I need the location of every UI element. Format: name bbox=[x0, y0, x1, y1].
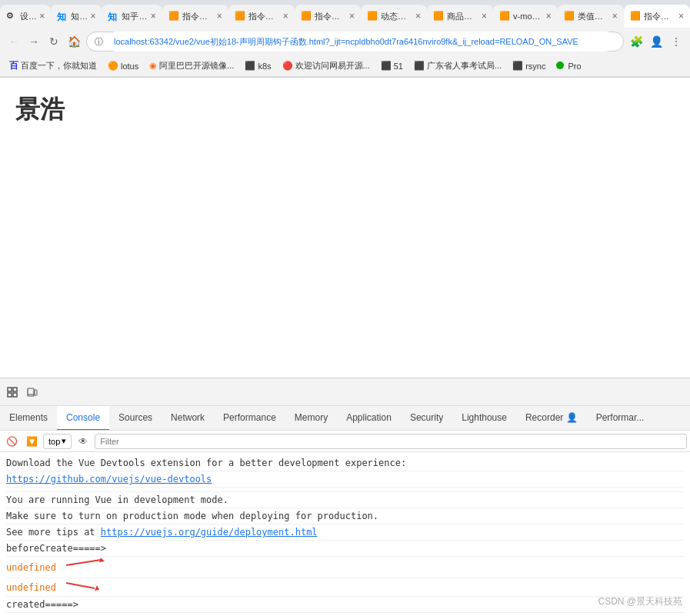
tab-product[interactable]: 🟧 商品动... × bbox=[427, 5, 493, 28]
bookmark-pro[interactable]: Pro bbox=[553, 60, 584, 72]
svg-rect-3 bbox=[13, 393, 17, 397]
bookmark-alibaba[interactable]: ◉ 阿里巴巴开源镜像... bbox=[146, 58, 237, 73]
tab-performance[interactable]: Performance bbox=[214, 406, 285, 431]
lighthouse-tab-label: Lighthouse bbox=[462, 412, 507, 423]
tab-lighthouse[interactable]: Lighthouse bbox=[452, 406, 516, 431]
back-button[interactable]: ← bbox=[6, 34, 22, 49]
created-text: created=====> bbox=[6, 599, 78, 610]
svg-rect-5 bbox=[35, 390, 37, 395]
filter-toggle-button[interactable]: 🔽 bbox=[23, 433, 40, 450]
tab-close[interactable]: × bbox=[546, 11, 552, 22]
cmd2-icon: 🟧 bbox=[235, 11, 245, 22]
red-arrow-1 bbox=[62, 558, 108, 577]
forward-button[interactable]: → bbox=[26, 34, 42, 49]
browser-actions: 🧩 👤 ⋮ bbox=[628, 34, 684, 49]
settings-tab-icon: ⚙ bbox=[6, 11, 17, 22]
home-button[interactable]: 🏠 bbox=[66, 34, 82, 49]
tab-elements[interactable]: Elements bbox=[0, 406, 57, 431]
device-toggle-button[interactable] bbox=[23, 383, 42, 401]
console-toolbar: 🚫 🔽 top ▾ 👁 bbox=[0, 431, 690, 452]
tab-settings[interactable]: ⚙ 设置 × bbox=[0, 5, 51, 28]
context-dropdown-icon: ▾ bbox=[62, 436, 66, 446]
bookmark-wangyi[interactable]: 🔴 欢迎访问网易开源... bbox=[279, 58, 373, 73]
tab-label: 知乎 bbox=[71, 11, 87, 22]
tab-close[interactable]: × bbox=[415, 11, 421, 22]
pro-icon bbox=[556, 62, 565, 71]
csdn-watermark: CSDN @景天科技苑 bbox=[598, 595, 682, 608]
bookmark-label: 欢迎访问网易开源... bbox=[295, 60, 370, 72]
bookmark-rsync[interactable]: ⬛ rsync bbox=[509, 59, 548, 72]
console-before-create: beforeCreate=====> bbox=[6, 541, 684, 557]
tab-application[interactable]: Application bbox=[337, 406, 401, 431]
bookmark-label: lotus bbox=[121, 62, 138, 71]
tab-zhihu2[interactable]: 知 知乎·... × bbox=[102, 5, 162, 28]
bookmark-label: Pro bbox=[568, 62, 581, 71]
recorder-tab-label: Recorder 👤 bbox=[525, 412, 578, 423]
tab-security[interactable]: Security bbox=[401, 406, 452, 431]
menu-icon[interactable]: ⋮ bbox=[668, 34, 684, 49]
devtools-tabs: Elements Console Sources Network Perform… bbox=[0, 406, 690, 431]
profile-icon[interactable]: 👤 bbox=[648, 34, 664, 49]
extensions-icon[interactable]: 🧩 bbox=[628, 34, 644, 49]
url-input[interactable] bbox=[106, 32, 615, 52]
bookmark-label: rsync bbox=[525, 62, 545, 71]
console-filter-input[interactable] bbox=[95, 434, 687, 449]
rsync-icon: ⬛ bbox=[512, 61, 523, 71]
url-bar-container: ⓘ bbox=[86, 32, 624, 52]
tab-console[interactable]: Console bbox=[57, 406, 109, 431]
bookmark-label: 阿里巴巴开源镜像... bbox=[159, 60, 234, 72]
bookmark-51[interactable]: ⬛ 51 bbox=[378, 59, 406, 72]
tab-close[interactable]: × bbox=[151, 11, 156, 22]
vue-devtools-link[interactable]: https://github.com/vuejs/vue-devtools bbox=[6, 474, 212, 484]
tab-memory[interactable]: Memory bbox=[285, 406, 337, 431]
wangyi-icon: 🔴 bbox=[282, 61, 293, 71]
svg-line-7 bbox=[66, 560, 101, 565]
bookmark-baidu[interactable]: 百 百度一下，你就知道 bbox=[6, 58, 100, 74]
console-line-link: https://github.com/vuejs/vue-devtools bbox=[6, 471, 684, 488]
tab-cmd-active[interactable]: 🟧 指令系... × bbox=[624, 5, 690, 28]
tab-zhihu1[interactable]: 知 知乎 × bbox=[51, 5, 102, 28]
tab-cmd1[interactable]: 🟧 指令系... × bbox=[162, 5, 228, 28]
bookmark-label: k8s bbox=[258, 62, 271, 71]
tab-dynamic[interactable]: 🟧 动态显... × bbox=[361, 5, 427, 28]
elements-tab-label: Elements bbox=[9, 412, 48, 423]
tab-cmd2[interactable]: 🟧 指令系... × bbox=[228, 5, 295, 28]
context-selector[interactable]: top ▾ bbox=[43, 434, 72, 449]
tab-close[interactable]: × bbox=[678, 11, 684, 22]
performance-tab-label: Performance bbox=[223, 412, 276, 423]
deployment-link[interactable]: https://vuejs.org/guide/deployment.html bbox=[101, 527, 318, 538]
tab-close[interactable]: × bbox=[39, 11, 45, 22]
svg-marker-10 bbox=[95, 585, 99, 591]
svg-line-9 bbox=[66, 583, 95, 588]
tab-close[interactable]: × bbox=[217, 11, 222, 22]
tab-vmod[interactable]: 🟧 v-mod... × bbox=[493, 5, 558, 28]
bookmark-k8s[interactable]: ⬛ k8s bbox=[242, 59, 274, 72]
tab-close[interactable]: × bbox=[90, 11, 95, 22]
clear-console-button[interactable]: 🚫 bbox=[3, 433, 20, 450]
tab-sources[interactable]: Sources bbox=[109, 406, 162, 431]
tab-network[interactable]: Network bbox=[162, 406, 214, 431]
bookmark-lotus[interactable]: 🟠 lotus bbox=[105, 59, 142, 72]
cmd3-icon: 🟧 bbox=[301, 11, 312, 22]
tab-class[interactable]: 🟧 类值控... × bbox=[558, 5, 624, 28]
tab-close[interactable]: × bbox=[482, 11, 487, 22]
page-title: 景浩 bbox=[15, 93, 675, 127]
bookmark-label: 广东省人事考试局... bbox=[427, 60, 502, 72]
class-icon: 🟧 bbox=[564, 11, 575, 22]
zhihu-icon: 知 bbox=[57, 11, 68, 22]
tab-bar: ⚙ 设置 × 知 知乎 × 知 知乎·... × 🟧 指令系... × 🟧 指令… bbox=[0, 0, 690, 28]
tab-close[interactable]: × bbox=[283, 11, 288, 22]
eye-button[interactable]: 👁 bbox=[75, 433, 92, 450]
tab-cmd3[interactable]: 🟧 指令系... × bbox=[295, 5, 361, 28]
tab-close[interactable]: × bbox=[349, 11, 355, 22]
tab-performance2[interactable]: Performar... bbox=[587, 406, 654, 431]
bookmark-guangdong[interactable]: ⬛ 广东省人事考试局... bbox=[411, 58, 505, 73]
zhihu2-icon: 知 bbox=[108, 11, 118, 22]
bookmark-label: 51 bbox=[394, 62, 403, 71]
refresh-button[interactable]: ↻ bbox=[46, 34, 62, 49]
tab-label: 商品动... bbox=[447, 11, 478, 22]
inspect-element-button[interactable] bbox=[3, 383, 22, 401]
baidu-icon: 百 bbox=[9, 59, 18, 72]
tab-recorder[interactable]: Recorder 👤 bbox=[516, 406, 587, 431]
tab-close[interactable]: × bbox=[612, 11, 618, 22]
